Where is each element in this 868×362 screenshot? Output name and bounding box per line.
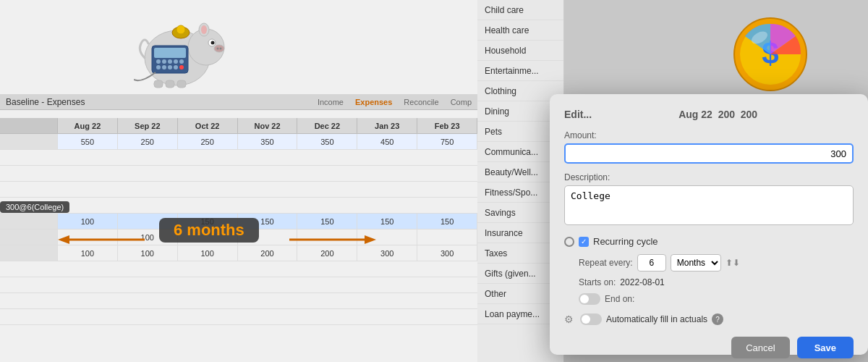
end-on-toggle[interactable]	[579, 293, 600, 305]
table-row[interactable]: 100 100 100 200 200 300 300	[0, 245, 477, 261]
app-title: Baseline - Expenses	[6, 97, 85, 107]
title-bar: Baseline - Expenses Income Expenses Reco…	[0, 94, 477, 110]
coin-icon: $	[731, 14, 810, 94]
auto-fill-label: Automatically fill in actuals	[606, 314, 707, 324]
toolbar-income[interactable]: Income	[318, 98, 344, 106]
table-row[interactable]: 550 250 250 350 350 450 750	[0, 134, 477, 150]
save-button[interactable]: Save	[797, 337, 854, 358]
arrow-right-icon	[282, 235, 376, 245]
dialog-buttons: Cancel Save	[564, 337, 854, 358]
toolbar-reconcile[interactable]: Reconcile	[404, 98, 438, 106]
svg-point-5	[211, 41, 215, 45]
svg-point-17	[179, 59, 184, 64]
header-label	[0, 118, 58, 133]
svg-point-7	[217, 48, 219, 50]
svg-point-6	[214, 45, 224, 52]
repeat-value-input[interactable]	[637, 254, 666, 272]
header-oct22: Oct 22	[178, 118, 238, 133]
dialog-title: Edit... Aug 22 200 200	[564, 109, 854, 120]
recurring-label: Recurring cycle	[593, 236, 658, 247]
amount-label: Amount:	[564, 130, 854, 140]
svg-rect-25	[177, 80, 186, 88]
radio-button[interactable]	[564, 237, 574, 247]
months-badge: 6 months	[159, 218, 259, 243]
svg-point-14	[162, 59, 166, 64]
starts-label: Starts on:	[579, 277, 616, 287]
info-icon[interactable]: ?	[712, 313, 723, 325]
svg-point-10	[201, 25, 207, 34]
app-icon	[109, 0, 253, 94]
svg-point-19	[162, 65, 166, 70]
description-field: Description: College	[564, 172, 854, 227]
category-child-care[interactable]: Child care	[477, 0, 563, 20]
starts-row: Starts on: 2022-08-01	[564, 277, 854, 287]
auto-fill-toggle[interactable]	[580, 313, 602, 325]
table-row[interactable]	[0, 150, 477, 166]
table-row[interactable]	[0, 166, 477, 182]
svg-point-13	[156, 59, 161, 64]
table-row[interactable]	[0, 182, 477, 198]
svg-marker-27	[58, 235, 69, 244]
svg-point-18	[156, 65, 161, 70]
table-row[interactable]	[0, 309, 477, 325]
svg-rect-24	[166, 80, 174, 88]
repeat-label: Repeat every:	[579, 258, 633, 268]
category-health-care[interactable]: Health care	[477, 20, 563, 41]
spreadsheet-area: Baseline - Expenses Income Expenses Reco…	[0, 0, 477, 362]
svg-rect-12	[154, 48, 186, 58]
amount-field: Amount:	[564, 130, 854, 164]
gear-icon: ⚙	[564, 313, 576, 325]
table-header: Aug 22 Sep 22 Oct 22 Nov 22 Dec 22 Jan 2…	[0, 118, 477, 134]
description-label: Description:	[564, 172, 854, 182]
svg-point-15	[168, 59, 172, 64]
edit-dialog: Edit... Aug 22 200 200 Amount: Descripti…	[550, 94, 868, 355]
svg-point-20	[168, 65, 172, 70]
svg-point-3	[176, 25, 185, 34]
recurring-checkbox[interactable]: ✓	[579, 237, 589, 247]
auto-fill-row: ⚙ Automatically fill in actuals ?	[564, 313, 854, 325]
table-row[interactable]	[0, 293, 477, 309]
arrow-left-icon	[58, 235, 152, 245]
svg-point-21	[174, 65, 178, 70]
period-select[interactable]: Months	[671, 254, 721, 272]
amount-input[interactable]	[564, 143, 854, 164]
svg-point-8	[220, 48, 222, 50]
category-household[interactable]: Household	[477, 41, 563, 61]
repeat-row: Repeat every: Months ⬆⬇	[564, 254, 854, 272]
header-dec22: Dec 22	[297, 118, 357, 133]
toolbar-comp[interactable]: Comp	[451, 98, 472, 106]
header-aug22: Aug 22	[58, 118, 118, 133]
cancel-button[interactable]: Cancel	[731, 337, 789, 358]
svg-point-16	[174, 59, 178, 64]
header-nov22: Nov 22	[238, 118, 298, 133]
end-row: End on:	[564, 293, 854, 305]
header-sep22: Sep 22	[118, 118, 178, 133]
svg-marker-29	[365, 235, 376, 244]
table-row[interactable]	[0, 198, 477, 214]
toolbar-expenses[interactable]: Expenses	[355, 98, 392, 106]
table-row[interactable]	[0, 277, 477, 293]
cell-tooltip: 300@6(College)	[0, 201, 69, 213]
header-feb23: Feb 23	[417, 118, 477, 133]
recurring-row: ✓ Recurring cycle	[564, 236, 854, 247]
table-row[interactable]	[0, 261, 477, 277]
svg-point-22	[179, 65, 184, 70]
end-label: End on:	[605, 294, 634, 304]
description-input[interactable]: College	[564, 185, 854, 225]
svg-rect-23	[154, 80, 163, 88]
starts-value: 2022-08-01	[620, 277, 664, 287]
category-entertainment[interactable]: Entertainme...	[477, 61, 563, 81]
header-jan23: Jan 23	[357, 118, 417, 133]
